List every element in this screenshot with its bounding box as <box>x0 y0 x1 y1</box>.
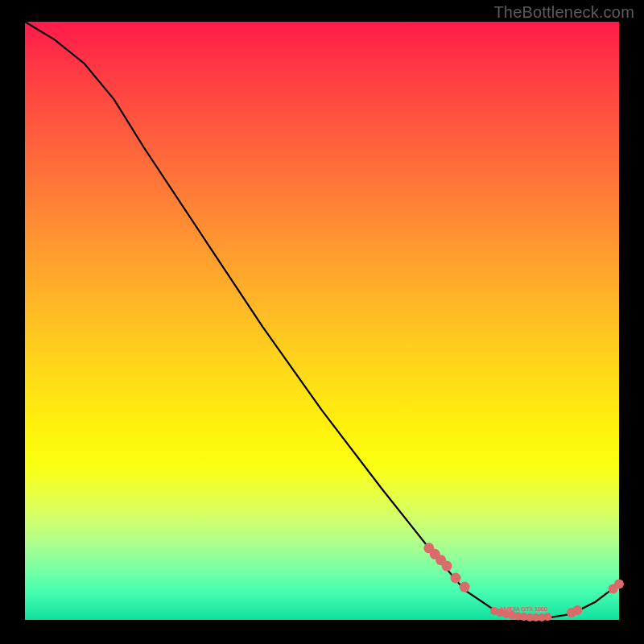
markers-cluster-d <box>609 579 624 593</box>
legend-label-on-chart: NVIDIA GTX 1060 <box>500 605 547 613</box>
chart-plot-area: NVIDIA GTX 1060 <box>25 22 619 620</box>
data-marker <box>614 579 624 588</box>
data-marker <box>543 613 551 621</box>
data-marker <box>442 561 452 572</box>
data-marker <box>451 573 461 584</box>
watermark-text: TheBottleneck.com <box>493 3 634 22</box>
markers-cluster-c <box>567 605 582 617</box>
chart-svg: NVIDIA GTX 1060 <box>25 22 619 620</box>
data-marker <box>460 582 470 592</box>
curve-line <box>25 22 619 620</box>
svg-text:NVIDIA GTX 1060: NVIDIA GTX 1060 <box>500 605 547 613</box>
markers-cluster-a <box>423 543 469 592</box>
data-marker <box>572 605 582 615</box>
